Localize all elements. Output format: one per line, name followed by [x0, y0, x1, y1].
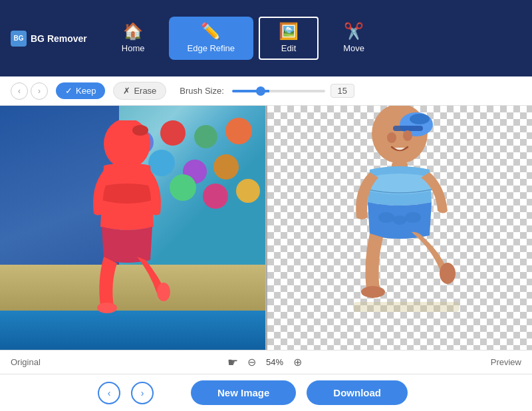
erase-label: Erase: [134, 86, 156, 96]
nav-item-edge-refine[interactable]: ✏️ Edge Refine: [169, 17, 254, 60]
nav-edge-refine-label: Edge Refine: [188, 43, 235, 53]
svg-point-6: [410, 114, 430, 124]
app-logo: BG BG Remover: [11, 31, 87, 47]
nav-item-edit[interactable]: 🖼️ Edit: [259, 17, 319, 60]
action-buttons: New Image Download: [191, 380, 408, 405]
svg-point-2: [97, 303, 117, 313]
nav-item-move[interactable]: ✂️ Move: [324, 17, 384, 60]
edge-refine-icon: ✏️: [201, 23, 221, 39]
zoom-in-button[interactable]: ⊕: [290, 355, 305, 370]
new-image-button[interactable]: New Image: [191, 380, 296, 405]
svg-point-12: [393, 215, 406, 225]
download-label: Download: [333, 387, 381, 398]
back-icon: ‹: [108, 388, 111, 398]
brush-size-value: 15: [331, 84, 354, 98]
preview-panel[interactable]: [267, 106, 533, 350]
toolbar: ‹ › ✓ Keep ✗ Erase Brush Size: 15: [0, 76, 532, 106]
original-label: Original: [11, 357, 227, 367]
logo-icon: BG: [11, 31, 27, 47]
original-text: Original: [11, 357, 41, 367]
nav-move-label: Move: [343, 43, 364, 53]
brush-slider-container: 15: [232, 84, 354, 98]
nav-edit-label: Edit: [281, 43, 296, 53]
cursor-icon: ☛: [227, 355, 238, 370]
svg-point-9: [403, 130, 412, 141]
svg-point-3: [157, 283, 170, 301]
toolbar-nav: ‹ ›: [11, 82, 48, 100]
keep-checkmark-icon: ✓: [65, 86, 72, 96]
svg-point-13: [405, 212, 421, 223]
move-icon: ✂️: [344, 23, 364, 39]
nav-home-label: Home: [122, 43, 145, 53]
preview-text: Preview: [491, 357, 521, 367]
edit-icon: 🖼️: [279, 23, 299, 39]
header: BG BG Remover 🏠 Home ✏️ Edge Refine 🖼️ E…: [0, 0, 532, 76]
new-image-label: New Image: [217, 387, 269, 398]
logo-text: BG: [14, 35, 24, 42]
download-button[interactable]: Download: [307, 380, 408, 405]
erase-button[interactable]: ✗ Erase: [113, 82, 166, 100]
svg-point-8: [387, 132, 396, 143]
keep-button[interactable]: ✓ Keep: [56, 82, 105, 99]
app-name: BG Remover: [31, 33, 87, 44]
action-bar: ‹ › New Image Download: [0, 374, 532, 411]
undo-button[interactable]: ‹: [11, 82, 28, 100]
nav-item-home[interactable]: 🏠 Home: [103, 17, 164, 60]
svg-rect-7: [393, 126, 423, 131]
svg-point-14: [361, 286, 385, 298]
main-content: Original ☛ ⊖ 54% ⊕ Preview: [0, 106, 532, 374]
erase-icon: ✗: [123, 86, 130, 96]
svg-point-1: [132, 125, 148, 136]
images-area: [0, 106, 532, 350]
preview-label: Preview: [305, 357, 521, 367]
keep-label: Keep: [76, 86, 96, 96]
svg-point-11: [378, 212, 394, 223]
zoom-out-button[interactable]: ⊖: [245, 355, 259, 370]
zoom-value: 54%: [266, 357, 283, 367]
svg-point-15: [440, 263, 456, 284]
forward-icon: ›: [141, 388, 144, 398]
back-button[interactable]: ‹: [98, 382, 120, 404]
original-panel[interactable]: [0, 106, 266, 350]
zoom-controls: ☛ ⊖ 54% ⊕: [227, 355, 305, 370]
home-icon: 🏠: [123, 23, 143, 39]
status-bar: Original ☛ ⊖ 54% ⊕ Preview: [0, 350, 532, 374]
redo-button[interactable]: ›: [31, 82, 48, 100]
brush-size-slider[interactable]: [232, 90, 325, 92]
forward-button[interactable]: ›: [131, 382, 154, 404]
svg-rect-16: [353, 302, 460, 312]
brush-size-label: Brush Size:: [180, 86, 223, 96]
